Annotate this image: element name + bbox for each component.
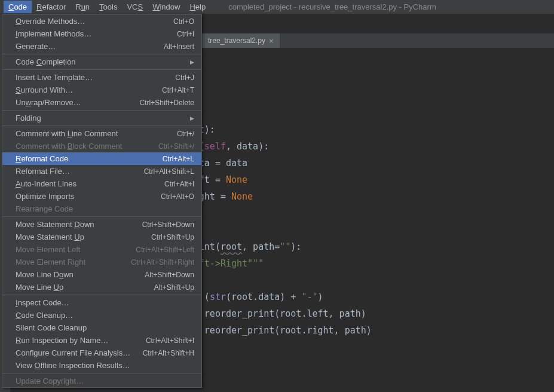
menu-item-unwrap-remove[interactable]: Unwrap/Remove…Ctrl+Shift+Delete [2, 96, 201, 109]
menu-tools[interactable]: Tools [94, 1, 122, 13]
code-line: nt(root, path=""): [59, 389, 554, 392]
code-menu-dropdown: Override Methods…Ctrl+OImplement Methods… [2, 14, 202, 388]
menu-item-label: Implement Methods… [16, 29, 91, 38]
menu-item-move-line-down[interactable]: Move Line DownAlt+Shift+Down [2, 268, 201, 281]
menu-item-label: Auto-Indent Lines [16, 179, 76, 188]
menu-item-label: Inspect Code… [16, 298, 69, 307]
menu-shortcut: Ctrl+Shift+Down [142, 220, 194, 229]
menu-shortcut: Alt+Insert [164, 42, 194, 51]
menu-item-label: Move Element Left [16, 245, 80, 254]
menu-item-label: Override Methods… [16, 17, 85, 26]
window-title: completed_project - recursive_tree_trave… [228, 2, 436, 11]
menu-help[interactable]: Help [185, 1, 210, 13]
menu-shortcut: Ctrl+Alt+Shift+L [144, 167, 194, 176]
menu-item-label: Optimize Imports [16, 192, 74, 201]
menu-item-label: Comment with Line Comment [16, 129, 118, 138]
menu-item-move-statement-down[interactable]: Move Statement DownCtrl+Shift+Down [2, 218, 201, 231]
menu-separator [2, 373, 201, 373]
menu-shortcut: Ctrl+Alt+O [161, 192, 194, 201]
menu-shortcut: Ctrl+Alt+T [162, 86, 194, 94]
menu-code[interactable]: Code [4, 1, 32, 13]
close-icon[interactable]: × [269, 36, 274, 45]
menu-shortcut: Ctrl+J [175, 74, 194, 82]
menu-shortcut: Ctrl+Alt+Shift+Left [136, 246, 194, 254]
menu-separator [2, 54, 201, 54]
menu-item-label: Insert Live Template… [16, 73, 93, 82]
menu-item-move-element-right: Move Element RightCtrl+Alt+Shift+Right [2, 256, 201, 268]
menu-item-insert-live-template[interactable]: Insert Live Template…Ctrl+J [2, 71, 201, 84]
menu-item-code-cleanup[interactable]: Code Cleanup… [2, 309, 201, 321]
menu-item-implement-methods[interactable]: Implement Methods…Ctrl+I [2, 27, 201, 40]
menu-item-label: Rearrange Code [16, 204, 73, 213]
menu-item-label: Reformat Code [16, 154, 68, 163]
menu-item-label: Move Line Down [16, 270, 74, 279]
menu-item-label: Surround With… [16, 85, 73, 94]
menu-shortcut: Alt+Shift+Up [154, 283, 194, 292]
menu-item-run-inspection-by-name[interactable]: Run Inspection by Name…Ctrl+Alt+Shift+I [2, 334, 201, 347]
menu-item-reformat-file[interactable]: Reformat File…Ctrl+Alt+Shift+L [2, 165, 201, 177]
menu-item-surround-with[interactable]: Surround With…Ctrl+Alt+T [2, 84, 201, 96]
menu-shortcut: Ctrl+/ [177, 130, 194, 138]
menu-item-label: Silent Code Cleanup [16, 323, 87, 332]
menu-separator [2, 295, 201, 295]
chevron-right-icon: ▶ [190, 115, 194, 121]
menu-item-code-completion[interactable]: Code Completion▶ [2, 56, 201, 68]
menu-shortcut: Ctrl+Alt+L [163, 155, 194, 163]
menu-separator [2, 216, 201, 217]
menu-item-label: Move Line Up [16, 283, 63, 292]
menu-shortcut: Ctrl+Alt+Shift+I [146, 336, 194, 345]
menu-item-label: Move Element Right [16, 258, 85, 267]
menu-item-label: Code Completion [16, 57, 75, 66]
menu-item-label: Move Statement Down [16, 220, 94, 229]
menu-item-override-methods[interactable]: Override Methods…Ctrl+O [2, 15, 201, 27]
tab-file[interactable]: tree_traversal2.py × [202, 33, 280, 48]
menu-shortcut: Alt+Shift+Down [145, 271, 194, 279]
menu-item-update-copyright: Update Copyright… [2, 375, 201, 387]
menu-run[interactable]: Run [71, 1, 94, 13]
menubar: CodeRefactorRunToolsVCSWindowHelp comple… [0, 0, 554, 14]
menu-refactor[interactable]: Refactor [32, 1, 71, 13]
menu-separator [2, 110, 201, 111]
menu-item-label: Run Inspection by Name… [16, 336, 108, 345]
menu-item-view-offline-inspection-results[interactable]: View Offline Inspection Results… [2, 359, 201, 372]
menu-item-label: Code Cleanup… [16, 311, 73, 320]
menu-shortcut: Ctrl+O [173, 17, 194, 26]
menu-item-label: Unwrap/Remove… [16, 98, 81, 107]
menu-item-rearrange-code: Rearrange Code [2, 203, 201, 215]
menu-shortcut: Ctrl+Shift+/ [158, 142, 194, 151]
menu-item-label: Comment with Block Comment [16, 142, 122, 151]
tab-label: tree_traversal2.py [208, 36, 265, 45]
menu-shortcut: Ctrl+Alt+Shift+Right [131, 258, 194, 267]
menu-item-silent-code-cleanup[interactable]: Silent Code Cleanup [2, 321, 201, 334]
menu-shortcut: Ctrl+I [177, 30, 194, 38]
menu-window[interactable]: Window [148, 1, 185, 13]
menu-item-comment-with-block-comment: Comment with Block CommentCtrl+Shift+/ [2, 140, 201, 152]
menu-vcs[interactable]: VCS [122, 1, 148, 13]
menu-item-comment-with-line-comment[interactable]: Comment with Line CommentCtrl+/ [2, 127, 201, 140]
menu-item-label: Reformat File… [16, 167, 70, 176]
menu-shortcut: Ctrl+Shift+Delete [140, 99, 194, 107]
menu-item-label: View Offline Inspection Results… [16, 361, 130, 370]
menu-item-generate[interactable]: Generate…Alt+Insert [2, 40, 201, 53]
menu-item-label: Folding [16, 114, 41, 122]
menu-item-label: Update Copyright… [16, 376, 84, 385]
menu-item-reformat-code[interactable]: Reformat CodeCtrl+Alt+L [2, 152, 201, 165]
menu-item-label: Generate… [16, 42, 56, 51]
menu-shortcut: Ctrl+Shift+Up [151, 233, 194, 241]
menu-item-move-statement-up[interactable]: Move Statement UpCtrl+Shift+Up [2, 231, 201, 243]
menu-separator [2, 125, 201, 126]
chevron-right-icon: ▶ [190, 59, 194, 65]
menu-separator [2, 69, 201, 70]
menu-item-move-element-left: Move Element LeftCtrl+Alt+Shift+Left [2, 243, 201, 256]
menu-item-folding[interactable]: Folding▶ [2, 112, 201, 124]
menu-item-auto-indent-lines[interactable]: Auto-Indent LinesCtrl+Alt+I [2, 177, 201, 190]
menu-item-label: Configure Current File Analysis… [16, 348, 130, 357]
menu-item-optimize-imports[interactable]: Optimize ImportsCtrl+Alt+O [2, 190, 201, 203]
menu-item-move-line-up[interactable]: Move Line UpAlt+Shift+Up [2, 281, 201, 293]
menu-item-label: Move Statement Up [16, 232, 84, 241]
menu-item-configure-current-file-analysis[interactable]: Configure Current File Analysis…Ctrl+Alt… [2, 347, 201, 359]
menu-shortcut: Ctrl+Alt+Shift+H [143, 349, 194, 357]
menu-shortcut: Ctrl+Alt+I [164, 180, 194, 188]
menu-item-inspect-code[interactable]: Inspect Code… [2, 296, 201, 309]
